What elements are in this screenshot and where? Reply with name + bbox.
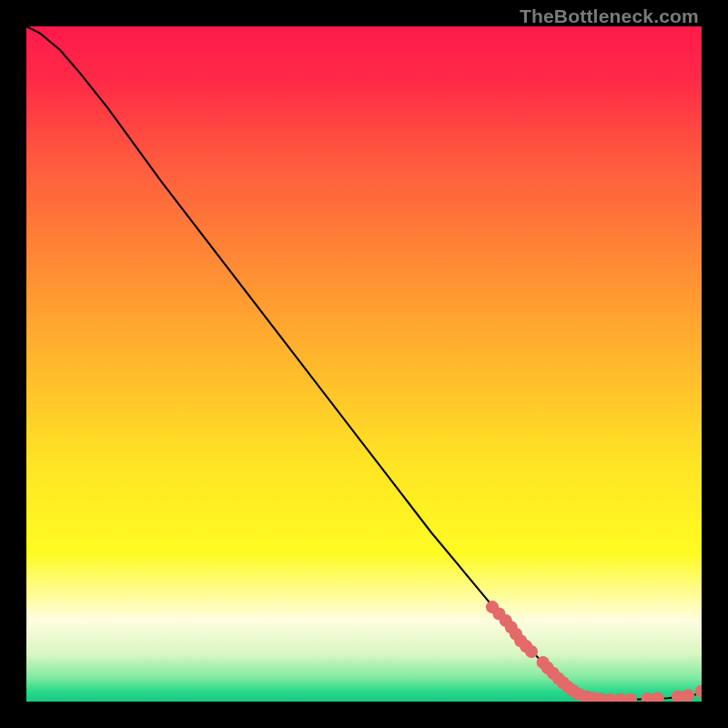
scatter-point bbox=[624, 693, 637, 702]
watermark-text: TheBottleneck.com bbox=[520, 5, 699, 27]
chart-frame: TheBottleneck.com bbox=[0, 0, 728, 728]
scatter-point bbox=[695, 685, 702, 698]
plot-area bbox=[26, 26, 702, 702]
scatter-markers bbox=[486, 601, 702, 702]
scatter-point bbox=[652, 692, 664, 702]
scatter-point bbox=[682, 689, 694, 702]
scatter-point bbox=[525, 645, 538, 658]
chart-overlay bbox=[26, 26, 702, 702]
curve-line bbox=[26, 26, 702, 700]
